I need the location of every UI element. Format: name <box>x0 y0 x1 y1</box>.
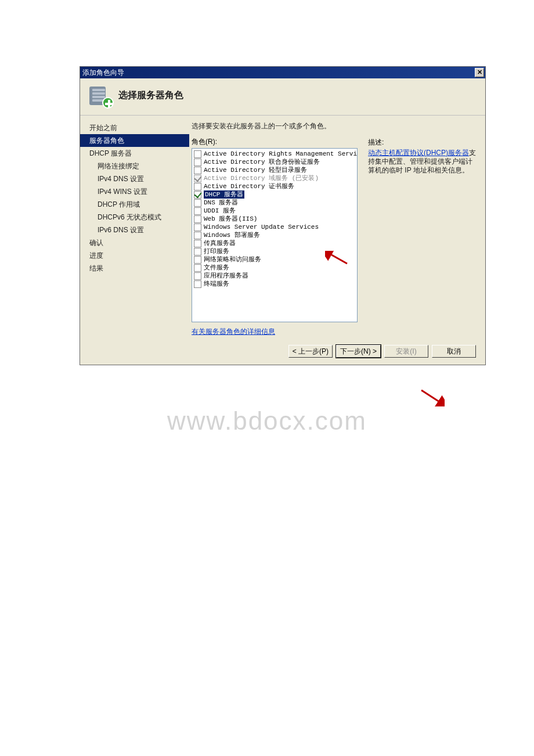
role-label: 网络策略和访问服务 <box>204 255 261 264</box>
role-row[interactable]: Active Directory 域服务 (已安装) <box>193 174 356 182</box>
role-label: 终端服务 <box>204 280 229 288</box>
role-row[interactable]: 网络策略和访问服务 <box>193 255 356 264</box>
role-row[interactable]: Active Directory 证书服务 <box>193 182 356 190</box>
role-checkbox[interactable] <box>194 183 201 190</box>
role-checkbox <box>194 175 201 182</box>
role-checkbox[interactable] <box>194 248 201 255</box>
role-row[interactable]: 终端服务 <box>193 280 356 288</box>
role-label: 传真服务器 <box>204 239 236 247</box>
install-button[interactable]: 安装(I) <box>384 345 428 358</box>
role-label: Active Directory 轻型目录服务 <box>204 166 307 174</box>
sidebar-item[interactable]: 确认 <box>80 236 189 249</box>
roles-listbox[interactable]: Active Directory Rights Management Servi… <box>192 148 358 322</box>
sidebar-item[interactable]: IPv4 DNS 设置 <box>80 172 189 185</box>
description-link[interactable]: 动态主机配置协议(DHCP)服务器 <box>368 149 469 157</box>
role-checkbox[interactable] <box>194 256 201 264</box>
sidebar-item[interactable]: DHCP 服务器 <box>80 147 189 160</box>
role-row[interactable]: 打印服务 <box>193 247 356 255</box>
sidebar-item[interactable]: 网络连接绑定 <box>80 160 189 172</box>
role-row[interactable]: Active Directory Rights Management Servi… <box>193 150 356 158</box>
back-button[interactable]: < 上一步(P) <box>288 345 333 358</box>
role-label: Active Directory Rights Management Servi… <box>204 150 358 158</box>
cancel-button[interactable]: 取消 <box>432 345 476 358</box>
role-row[interactable]: Web 服务器(IIS) <box>193 215 356 223</box>
role-row[interactable]: Active Directory 联合身份验证服务 <box>193 158 356 166</box>
role-row[interactable]: DNS 服务器 <box>193 199 356 207</box>
role-row[interactable]: Windows Server Update Services <box>193 223 356 231</box>
role-checkbox[interactable] <box>194 264 201 272</box>
description-text: 动态主机配置协议(DHCP)服务器支持集中配置、管理和提供客户端计算机的临时 I… <box>368 149 478 175</box>
role-label: DNS 服务器 <box>204 199 238 207</box>
titlebar[interactable]: 添加角色向导 ✕ <box>80 67 485 78</box>
role-checkbox[interactable] <box>194 215 201 223</box>
close-button[interactable]: ✕ <box>475 68 484 77</box>
role-label: UDDI 服务 <box>204 207 236 215</box>
role-checkbox[interactable] <box>194 159 201 166</box>
role-checkbox[interactable] <box>194 224 201 231</box>
role-label: Active Directory 域服务 (已安装) <box>204 174 319 182</box>
sidebar-item[interactable]: 开始之前 <box>80 121 189 134</box>
role-label: Windows Server Update Services <box>204 223 319 231</box>
role-label: 文件服务 <box>204 264 229 272</box>
titlebar-text: 添加角色向导 <box>82 69 124 77</box>
role-checkbox[interactable] <box>194 232 201 239</box>
description-label: 描述: <box>368 138 478 147</box>
header: 选择服务器角色 <box>80 78 485 116</box>
role-row[interactable]: 传真服务器 <box>193 239 356 247</box>
page-title: 选择服务器角色 <box>118 89 183 102</box>
role-checkbox[interactable] <box>194 240 201 247</box>
role-row[interactable]: 应用程序服务器 <box>193 272 356 280</box>
role-row[interactable]: DHCP 服务器 <box>193 190 356 199</box>
role-row[interactable]: 文件服务 <box>193 264 356 272</box>
sidebar-item[interactable]: 进度 <box>80 249 189 262</box>
role-label: Active Directory 证书服务 <box>204 182 294 190</box>
sidebar-item[interactable]: IPv6 DNS 设置 <box>80 224 189 236</box>
sidebar-item[interactable]: IPv4 WINS 设置 <box>80 185 189 198</box>
role-checkbox[interactable] <box>194 199 201 207</box>
role-checkbox[interactable] <box>194 191 201 199</box>
role-checkbox[interactable] <box>194 280 201 288</box>
sidebar-item[interactable]: 结果 <box>80 262 189 275</box>
more-info-link[interactable]: 有关服务器角色的详细信息 <box>192 327 275 337</box>
role-label: DHCP 服务器 <box>204 190 244 199</box>
content-area: 选择要安装在此服务器上的一个或多个角色。 角色(R): Active Direc… <box>189 116 485 340</box>
role-label: Active Directory 联合身份验证服务 <box>204 158 320 166</box>
role-label: Web 服务器(IIS) <box>204 215 257 223</box>
annotation-arrow-icon <box>419 389 445 406</box>
watermark-text: www.bdocx.com <box>0 406 534 435</box>
role-checkbox[interactable] <box>194 150 201 158</box>
sidebar-item[interactable]: DHCP 作用域 <box>80 198 189 211</box>
instruction-text: 选择要安装在此服务器上的一个或多个角色。 <box>192 121 362 131</box>
add-roles-wizard-dialog: 添加角色向导 ✕ 选择服务器角色 开始之前服务器角色DHCP 服务器网络连接绑定… <box>80 66 486 365</box>
roles-label: 角色(R): <box>192 137 362 147</box>
role-row[interactable]: Windows 部署服务 <box>193 231 356 239</box>
sidebar-item[interactable]: 服务器角色 <box>80 134 189 147</box>
role-row[interactable]: UDDI 服务 <box>193 207 356 215</box>
role-checkbox[interactable] <box>194 207 201 215</box>
role-row[interactable]: Active Directory 轻型目录服务 <box>193 166 356 174</box>
role-checkbox[interactable] <box>194 167 201 174</box>
role-checkbox[interactable] <box>194 272 201 280</box>
server-add-icon <box>88 84 111 107</box>
role-label: Windows 部署服务 <box>204 231 260 239</box>
wizard-sidebar: 开始之前服务器角色DHCP 服务器网络连接绑定IPv4 DNS 设置IPv4 W… <box>80 116 189 340</box>
button-bar: < 上一步(P) 下一步(N) > 安装(I) 取消 <box>80 340 485 365</box>
sidebar-item[interactable]: DHCPv6 无状态模式 <box>80 211 189 224</box>
next-button[interactable]: 下一步(N) > <box>336 345 381 358</box>
role-label: 应用程序服务器 <box>204 272 248 280</box>
role-label: 打印服务 <box>204 247 229 255</box>
